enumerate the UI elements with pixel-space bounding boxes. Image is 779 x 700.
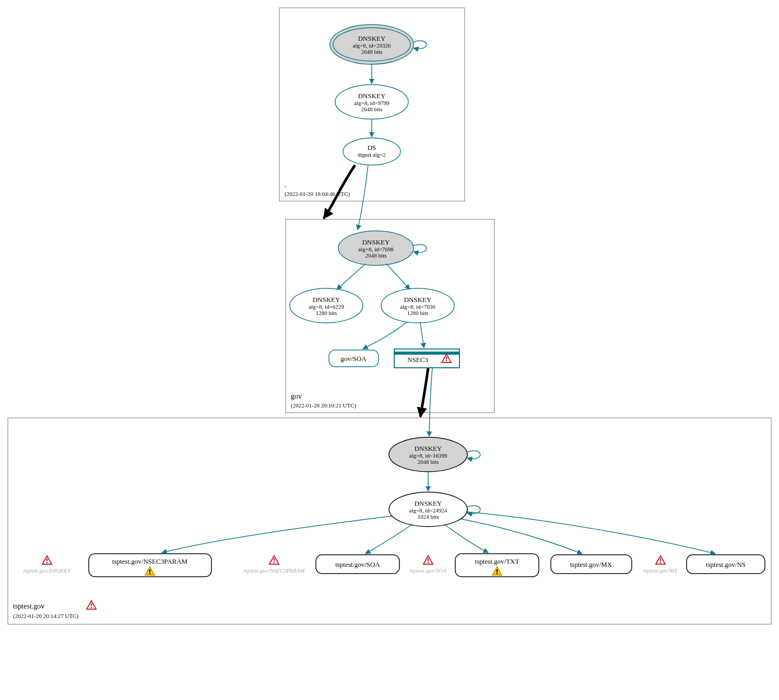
svg-text:alg=8, id=24924: alg=8, id=24924 xyxy=(409,507,447,514)
edge-zsk-ns xyxy=(467,512,715,554)
svg-text:alg=8, id=7698: alg=8, id=7698 xyxy=(358,246,394,252)
zone-root-name: . xyxy=(285,181,287,189)
svg-text:tsptest.gov/SOA: tsptest.gov/SOA xyxy=(335,561,380,568)
ghost-nsec3param: tsptest.gov/NSEC3PARAM xyxy=(244,567,305,574)
zone-tsp-box xyxy=(8,418,771,624)
svg-text:digest alg=2: digest alg=2 xyxy=(358,151,386,158)
node-root-ds[interactable]: DS digest alg=2 xyxy=(343,138,400,165)
ghost-dnskey: tsptest.gov/DNSKEY xyxy=(23,567,72,574)
node-gov-nsec3[interactable]: NSEC3 xyxy=(394,349,459,368)
svg-text:alg=8, id=9799: alg=8, id=9799 xyxy=(354,100,389,106)
svg-text:DS: DS xyxy=(368,144,376,151)
warning-icon xyxy=(656,556,665,564)
svg-text:alg=8, id=20326: alg=8, id=20326 xyxy=(353,42,391,49)
svg-text:DNSKEY: DNSKEY xyxy=(313,296,340,304)
edge-govzskb-soa xyxy=(363,322,407,349)
edge-zsk-nsec3p xyxy=(162,516,392,553)
svg-text:1280 bits: 1280 bits xyxy=(407,310,429,316)
svg-text:2048 bits: 2048 bits xyxy=(361,49,383,55)
edge-ds-govksk xyxy=(358,165,368,230)
svg-text:DNSKEY: DNSKEY xyxy=(404,296,432,304)
edge-govksk-zskb xyxy=(386,264,410,289)
svg-text:alg=8, id=7030: alg=8, id=7030 xyxy=(400,304,435,310)
svg-text:tsptest.gov/NSEC3PARAM: tsptest.gov/NSEC3PARAM xyxy=(112,557,188,565)
svg-text:gov/SOA: gov/SOA xyxy=(340,355,367,363)
svg-text:DNSKEY: DNSKEY xyxy=(358,92,386,100)
svg-text:tsptest.gov/NS: tsptest.gov/NS xyxy=(706,561,746,568)
svg-text:2048 bits: 2048 bits xyxy=(361,106,383,112)
svg-text:NSEC3: NSEC3 xyxy=(407,356,428,364)
zone-tsp-name: tsptest.gov xyxy=(13,602,44,610)
svg-text:2048 bits: 2048 bits xyxy=(418,459,439,465)
node-tsp-ns[interactable]: tsptest.gov/NS xyxy=(687,555,765,574)
node-gov-zsk-a[interactable]: DNSKEY alg=8, id=6229 1280 bits xyxy=(290,288,363,323)
svg-text:tsptest.gov/TXT: tsptest.gov/TXT xyxy=(475,557,520,565)
node-root-zsk[interactable]: DNSKEY alg=8, id=9799 2048 bits xyxy=(335,85,408,119)
edge-govzskb-nsec3 xyxy=(420,323,424,348)
edge-tsp-ksk-self xyxy=(467,451,480,459)
warning-icon xyxy=(423,556,433,564)
svg-text:alg=8, id=6229: alg=8, id=6229 xyxy=(309,304,344,310)
node-tsp-zsk[interactable]: DNSKEY alg=8, id=24924 1024 bits xyxy=(389,492,467,527)
zone-tsp-ts: (2022-01-20 20:14:27 UTC) xyxy=(13,613,79,620)
edge-zsk-txt xyxy=(444,524,488,553)
warning-icon xyxy=(87,601,96,609)
node-tsp-nsec3param[interactable]: tsptest.gov/NSEC3PARAM xyxy=(89,554,211,577)
edge-govksk-zska xyxy=(337,264,365,289)
svg-text:1280 bits: 1280 bits xyxy=(316,310,337,316)
svg-text:DNSKEY: DNSKEY xyxy=(362,238,390,246)
svg-text:2048 bits: 2048 bits xyxy=(365,252,387,259)
svg-text:1024 bits: 1024 bits xyxy=(418,514,439,520)
svg-text:alg=8, id=16399: alg=8, id=16399 xyxy=(409,452,447,459)
ghost-mx: tsptest.gov/MX xyxy=(643,567,678,574)
node-gov-soa[interactable]: gov/SOA xyxy=(329,350,379,367)
ghost-soa: tsptest.gov/SOA xyxy=(410,567,446,574)
node-tsp-soa[interactable]: tsptest.gov/SOA xyxy=(316,555,399,574)
node-gov-ksk[interactable]: DNSKEY alg=8, id=7698 2048 bits xyxy=(338,231,414,265)
dnssec-diagram: . (2022-01-20 18:04:46 UTC) DNSKEY alg=8… xyxy=(0,0,779,700)
svg-text:tsptest.gov/MX: tsptest.gov/MX xyxy=(570,561,612,568)
node-tsp-ksk[interactable]: DNSKEY alg=8, id=16399 2048 bits xyxy=(389,437,467,472)
zone-gov-name: gov xyxy=(291,392,302,400)
edge-gov-self xyxy=(414,244,427,252)
edge-zsk-soa xyxy=(365,524,412,554)
node-tsp-txt[interactable]: tsptest.gov/TXT xyxy=(455,554,539,577)
edge-nsec3-tspksk xyxy=(429,368,432,436)
warning-icon xyxy=(42,556,52,564)
svg-text:DNSKEY: DNSKEY xyxy=(358,34,386,42)
zone-gov-ts: (2022-01-20 20:10:21 UTC) xyxy=(291,402,357,409)
node-tsp-mx[interactable]: tsptest.gov/MX xyxy=(551,555,632,574)
svg-text:DNSKEY: DNSKEY xyxy=(415,445,442,452)
node-root-ksk[interactable]: DNSKEY alg=8, id=20326 2048 bits xyxy=(330,25,414,64)
svg-rect-31 xyxy=(394,352,459,355)
node-gov-zsk-b[interactable]: DNSKEY alg=8, id=7030 1280 bits xyxy=(381,288,454,323)
edge-gov-tsp-deleg xyxy=(420,368,428,417)
svg-text:DNSKEY: DNSKEY xyxy=(415,499,442,507)
warning-icon xyxy=(269,556,279,564)
edge-root-self xyxy=(414,41,427,49)
